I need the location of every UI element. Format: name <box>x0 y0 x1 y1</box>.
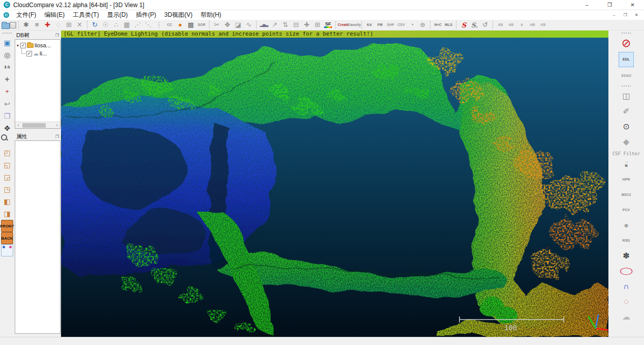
animation-clapper-icon[interactable]: ◫ <box>620 90 633 103</box>
clean-broom-icon[interactable]: ✐ <box>620 105 633 118</box>
view-right-icon[interactable]: ◳ <box>1 183 13 195</box>
toolbar-drag-handle[interactable] <box>622 33 631 35</box>
properties-list-icon[interactable]: ≡ <box>32 20 42 31</box>
facet-profile-2-icon[interactable]: AB <box>506 20 516 31</box>
sf-gradient-icon[interactable]: SF <box>323 20 333 31</box>
screenshot-camera-icon[interactable]: ◎ <box>1 49 13 61</box>
facet-profile-5-icon[interactable]: KB <box>538 20 548 31</box>
menu-3dview[interactable]: 3D视图(V) <box>160 10 196 20</box>
mdi-minimize-button[interactable]: – <box>608 11 620 19</box>
float-panel-icon[interactable]: ❐ <box>55 134 59 139</box>
align-points-icon[interactable]: ⋰ <box>132 20 143 31</box>
view-iso2-icon[interactable]: ◨ <box>1 208 13 220</box>
sf-delete-icon[interactable]: ⊟ <box>291 20 301 31</box>
scroll-right-icon[interactable]: › <box>54 122 60 128</box>
noise-filter-bell-icon[interactable]: ● <box>175 20 186 31</box>
facets-fm-icon[interactable]: FM <box>375 20 385 31</box>
view-iso1-icon[interactable]: ◧ <box>1 195 13 208</box>
sf-calculator-icon[interactable]: ⊞ <box>312 20 323 31</box>
octree-icon[interactable]: ▦ <box>121 20 132 31</box>
m3c2-icon[interactable]: M3C2 <box>620 188 633 202</box>
spline-points-icon[interactable]: S. <box>469 20 480 31</box>
scroll-thumb[interactable] <box>22 123 46 128</box>
clipping-box-icon[interactable]: ◪ <box>233 20 243 31</box>
db-tree-hscrollbar[interactable]: ‹ › <box>15 122 60 128</box>
segment-lasso-icon[interactable]: ◌ <box>53 20 64 31</box>
point-picking-icon[interactable]: ✚ <box>42 20 53 31</box>
interactive-transform-icon[interactable]: ✥ <box>222 20 233 31</box>
shp-export-icon[interactable]: SHP <box>385 20 396 31</box>
minimize-button[interactable]: – <box>575 0 598 10</box>
shield-icon[interactable]: ◆ <box>620 135 633 149</box>
menu-display[interactable]: 显示(D) <box>103 10 132 20</box>
close-button[interactable]: ✕ <box>621 0 644 10</box>
base-view-cube-icon[interactable]: ❒ <box>1 110 13 122</box>
fine-registration-icon[interactable]: ⋮ <box>154 20 164 31</box>
gear-dots-icon[interactable]: ✽ <box>620 249 633 263</box>
match-scales-icon[interactable]: ⋱ <box>143 20 154 31</box>
tree-expander-icon[interactable]: ▼ <box>15 44 20 47</box>
translate-rotate-icon[interactable]: ↻ <box>89 20 100 31</box>
hull-icon[interactable]: ● <box>620 219 633 232</box>
menu-edit[interactable]: 编辑(E) <box>40 10 69 20</box>
delete-icon[interactable]: ✕ <box>74 20 85 31</box>
subsample-icon[interactable]: ∴ <box>111 20 121 31</box>
float-panel-icon[interactable]: ❐ <box>55 33 59 38</box>
kd-tree-icon[interactable]: Kd <box>364 20 375 31</box>
sf-minmax-icon[interactable]: ⇅ <box>280 20 291 31</box>
zoom-1-1-icon[interactable]: 1:1 <box>1 61 13 73</box>
toolbar-drag-handle[interactable] <box>3 33 12 35</box>
viewport-3d[interactable]: [GL filter] EyeDome Lighting (disable no… <box>61 31 608 337</box>
save-icon[interactable] <box>10 22 16 28</box>
menu-file[interactable]: 文件(F) <box>12 10 40 20</box>
canupo-classify-icon[interactable]: Classify <box>349 20 359 31</box>
curve-plot-icon[interactable]: ↗ <box>269 20 280 31</box>
histogram-icon[interactable]: ▂▅▃ <box>259 20 269 31</box>
pivot-cross-icon[interactable]: ✥ <box>1 122 13 134</box>
facet-profile-4-icon[interactable]: HB <box>527 20 538 31</box>
display-settings-gear-icon[interactable]: ✱ <box>21 20 32 31</box>
refresh-display-icon[interactable]: ▣ <box>1 37 13 49</box>
sor-filter-icon[interactable]: SOR <box>196 20 207 31</box>
sphere-pie-icon[interactable]: ◔ <box>407 20 417 31</box>
facet-profile-3-icon[interactable]: A <box>516 20 527 31</box>
ransac-icon[interactable]: RSD <box>620 234 633 247</box>
spline-red-icon[interactable]: S <box>458 20 469 31</box>
no-gl-filter-icon[interactable]: ⊘ <box>620 37 633 50</box>
tree-item-li[interactable]: ✓☁li... <box>15 49 60 58</box>
circle-dots-icon[interactable]: ◌ <box>620 295 633 308</box>
scissors-segment-icon[interactable]: ✂ <box>211 20 222 31</box>
compass-icon[interactable]: ⊙ <box>620 120 633 133</box>
view-back-icon[interactable]: BACK <box>1 232 13 244</box>
ssao-filter-icon[interactable]: SSAO <box>620 69 633 82</box>
cloud-ruler-icon[interactable]: ☁ <box>620 310 633 324</box>
auto-pick-center-icon[interactable]: + <box>1 85 13 98</box>
mdi-close-button[interactable]: ✕ <box>631 11 642 19</box>
fuse-checker-icon[interactable]: ▩ <box>186 20 196 31</box>
edl-filter-icon[interactable]: EDL <box>619 52 634 67</box>
view-left-icon[interactable]: ◲ <box>1 171 13 183</box>
mdi-restore-button[interactable]: ❐ <box>620 11 631 19</box>
mls-smoothing-icon[interactable]: MLS <box>443 20 454 31</box>
menu-tools[interactable]: 工具类(T) <box>69 10 103 20</box>
menu-help[interactable]: 帮助(H) <box>197 10 226 20</box>
trace-polyline-icon[interactable]: ∿ <box>243 20 254 31</box>
restore-button[interactable]: ❐ <box>598 0 621 10</box>
visibility-checkbox[interactable]: ✓ <box>20 43 26 48</box>
view-front-icon[interactable]: FRONT <box>1 220 13 232</box>
facet-profile-1-icon[interactable]: AB <box>495 20 506 31</box>
view-top-icon[interactable]: ◰ <box>1 147 13 159</box>
stereo-mode-icon[interactable] <box>1 244 13 256</box>
view-bottom-icon[interactable]: ◱ <box>1 159 13 171</box>
zoom-magnifier-icon[interactable] <box>1 134 13 147</box>
csv-export-icon[interactable]: CSV <box>396 20 407 31</box>
previous-view-icon[interactable]: ↩ <box>1 98 13 110</box>
red-ellipse-icon[interactable]: ◯ <box>620 265 633 278</box>
pcv-icon[interactable]: PCV <box>620 204 633 217</box>
normals-icon[interactable]: ☉ <box>100 20 111 31</box>
toolbar-drag-handle[interactable] <box>622 85 631 88</box>
normals-curvature-icon[interactable]: N+C <box>433 20 443 31</box>
clone-icon[interactable]: ⊞ <box>64 20 74 31</box>
visibility-checkbox[interactable]: ✓ <box>26 51 32 56</box>
cloud-cloud-distance-icon[interactable]: CC <box>164 20 175 31</box>
